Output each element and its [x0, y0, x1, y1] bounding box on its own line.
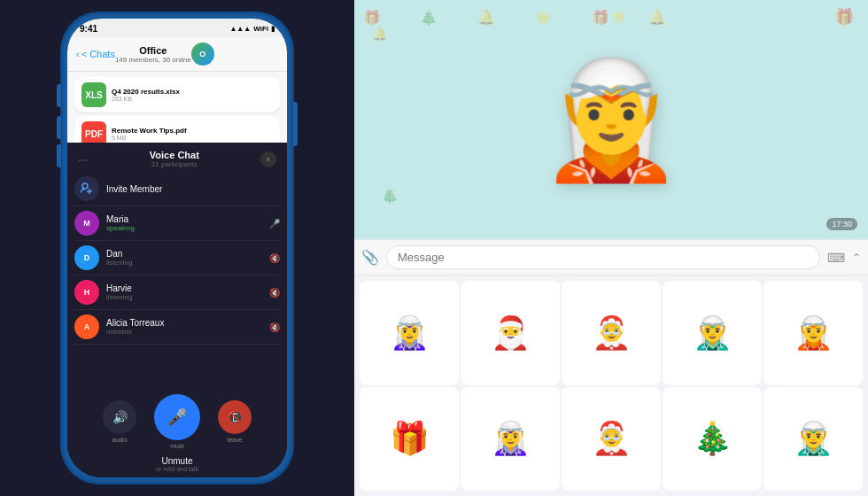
more-options-icon[interactable]: ···: [78, 152, 89, 167]
alicia-status: member: [106, 328, 262, 336]
dan-avatar: D: [74, 245, 99, 270]
voice-header: ··· Voice Chat 21 participants ×: [67, 143, 287, 172]
invite-member-label: Invite Member: [106, 184, 280, 194]
file-name-2: Remote Work Tips.pdf: [112, 127, 187, 135]
leave-icon: 📵: [228, 410, 243, 424]
harvie-status: listening: [106, 293, 262, 301]
chat-subtitle: 149 members, 36 online: [115, 56, 191, 64]
voice-chat-overlay: ··· Voice Chat 21 participants ×: [67, 143, 287, 477]
alicia-avatar: A: [74, 314, 99, 339]
voice-controls: 🔊 audio 🎤 mute 📵 leave: [67, 387, 287, 453]
phone-mockup: 9:41 ▲▲▲ WiFi ▮ ‹ < Chats Office 149 mem…: [62, 13, 292, 483]
main-sticker: 🧝: [539, 62, 683, 177]
attach-button[interactable]: 📎: [361, 249, 379, 266]
maria-name: Maria: [106, 214, 262, 224]
mute-label: mute: [170, 443, 184, 449]
message-input[interactable]: [386, 245, 820, 269]
alicia-name: Alicia Torreaux: [106, 318, 262, 328]
mic-active-icon: 🎤: [269, 219, 280, 229]
sticker-chat-area: 🎁 🔔 🎄 ⭐ 🧝 17:30: [354, 0, 868, 239]
voice-member-maria[interactable]: M Maria speaking 🎤: [74, 206, 280, 241]
voice-member-alicia[interactable]: A Alicia Torreaux member 🔇: [74, 310, 280, 345]
close-button[interactable]: ×: [260, 151, 276, 167]
sticker-grid: 🧝‍♀️ 🎅 🤶 🧝‍♂️ 🧝 🎁 🧝‍♀️ 🤶 🎄 🧝‍♂️: [354, 275, 868, 496]
file-bubble-pdf[interactable]: PDF Remote Work Tips.pdf 5 MB: [74, 116, 280, 143]
leave-button[interactable]: 📵 leave: [218, 400, 252, 443]
bg-deco-2: 🔔: [372, 27, 387, 41]
dan-status: listening: [106, 259, 262, 267]
file-info: Q4 2020 results.xlsx 283 KB: [112, 88, 180, 102]
sticker-5[interactable]: 🎁: [360, 387, 459, 492]
audio-button[interactable]: 🔊 audio: [103, 400, 136, 443]
chat-messages: XLS Q4 2020 results.xlsx 283 KB PDF Remo…: [67, 72, 287, 143]
invite-member-item[interactable]: Invite Member: [74, 172, 280, 206]
maria-avatar: M: [74, 211, 99, 236]
leave-label: leave: [228, 437, 243, 443]
maria-status: speaking: [106, 224, 262, 232]
right-panel: 🎁 🔔 🎄 ⭐ 🧝 17:30 📎 ⌨ ⌃ 🧝‍♀️ 🎅 🤶 🧝‍♂️ 🧝 🎁 …: [354, 0, 868, 496]
audio-label: audio: [112, 437, 127, 443]
harvie-mic-icon: 🔇: [269, 288, 280, 298]
mute-circle: 🎤: [154, 394, 200, 440]
voice-member-harvie[interactable]: H Harvie listening 🔇: [74, 275, 280, 310]
xlsx-icon: XLS: [81, 82, 106, 107]
unmute-text: Unmute: [67, 456, 287, 466]
audio-circle: 🔊: [103, 400, 136, 434]
left-panel: 9:41 ▲▲▲ WiFi ▮ ‹ < Chats Office 149 mem…: [0, 0, 354, 496]
mute-icon: 🎤: [167, 407, 187, 427]
voice-member-dan[interactable]: D Dan listening 🔇: [74, 241, 280, 275]
chat-avatar: O: [191, 43, 214, 66]
sticker-7[interactable]: 🤶: [562, 387, 661, 492]
invite-member-info: Invite Member: [106, 184, 280, 194]
sticker-1[interactable]: 🎅: [461, 281, 560, 385]
chat-header: ‹ < Chats Office 149 members, 36 online …: [67, 37, 287, 72]
file-size-2: 5 MB: [112, 135, 187, 141]
keyboard-button[interactable]: ⌨: [827, 251, 845, 265]
leave-circle: 📵: [218, 400, 252, 434]
sticker-0[interactable]: 🧝‍♀️: [360, 281, 459, 385]
file-size: 283 KB: [112, 96, 180, 102]
mic-muted-icon: 🔇: [269, 253, 280, 263]
sticker-6[interactable]: 🧝‍♀️: [461, 387, 560, 492]
mute-button[interactable]: 🎤 mute: [154, 394, 200, 449]
message-time: 17:30: [826, 218, 857, 230]
harvie-info: Harvie listening: [106, 283, 262, 301]
sticker-3[interactable]: 🧝‍♂️: [663, 281, 762, 385]
alicia-mic-icon: 🔇: [269, 322, 280, 332]
sticker-4[interactable]: 🧝: [763, 281, 863, 385]
unmute-sub-text: or hold and talk: [67, 466, 287, 472]
alicia-info: Alicia Torreaux member: [106, 318, 262, 336]
dan-name: Dan: [106, 249, 262, 259]
status-bar: 9:41 ▲▲▲ WiFi ▮: [67, 19, 287, 37]
voice-members-list: Invite Member M Maria speaking 🎤: [67, 172, 287, 387]
harvie-avatar: H: [74, 280, 99, 305]
sticker-8[interactable]: 🎄: [663, 387, 762, 492]
status-icons: ▲▲▲ WiFi ▮: [229, 25, 275, 33]
back-button[interactable]: ‹ < Chats: [76, 49, 115, 59]
bg-deco-3: 🎄: [381, 187, 399, 204]
phone-screen: 9:41 ▲▲▲ WiFi ▮ ‹ < Chats Office 149 mem…: [67, 19, 287, 477]
harvie-name: Harvie: [106, 283, 262, 293]
voice-participants: 21 participants: [150, 160, 199, 168]
wifi-icon: WiFi: [253, 25, 268, 33]
voice-chat-title: Voice Chat: [150, 150, 199, 160]
chat-title: Office: [115, 45, 191, 56]
sticker-9[interactable]: 🧝‍♂️: [763, 387, 863, 492]
maria-info: Maria speaking: [106, 214, 262, 232]
close-icon: ×: [266, 155, 270, 164]
unmute-label-block: Unmute or hold and talk: [67, 453, 287, 477]
status-time: 9:41: [80, 24, 97, 34]
chevron-up-icon[interactable]: ⌃: [852, 252, 861, 264]
invite-icon: [74, 176, 99, 201]
bg-deco-4: ⭐: [611, 9, 626, 23]
battery-icon: ▮: [271, 25, 275, 33]
file-bubble-xlsx[interactable]: XLS Q4 2020 results.xlsx 283 KB: [74, 77, 280, 112]
dan-info: Dan listening: [106, 249, 262, 267]
back-label: < Chats: [81, 49, 115, 59]
message-input-bar: 📎 ⌨ ⌃: [354, 239, 868, 275]
pdf-icon: PDF: [81, 121, 106, 143]
back-icon: ‹: [76, 49, 80, 59]
sticker-2[interactable]: 🤶: [562, 281, 661, 385]
voice-title-block: Voice Chat 21 participants: [150, 150, 199, 168]
header-title-block: Office 149 members, 36 online: [115, 45, 191, 64]
